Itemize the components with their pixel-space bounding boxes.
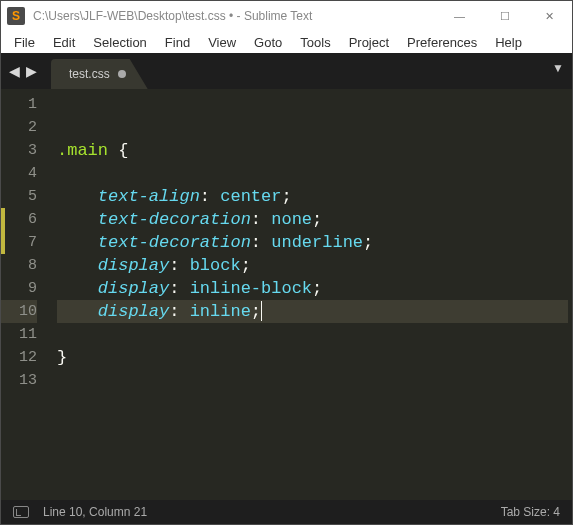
menu-edit[interactable]: Edit (44, 33, 84, 52)
code-line[interactable]: text-decoration: underline; (57, 231, 568, 254)
code-line[interactable]: } (57, 346, 568, 369)
window-controls: — ☐ ✕ (437, 1, 572, 31)
menu-preferences[interactable]: Preferences (398, 33, 486, 52)
code-line[interactable]: text-align: center; (57, 185, 568, 208)
status-cursor-position[interactable]: Line 10, Column 21 (43, 505, 147, 519)
modified-line-marker-icon (1, 208, 5, 231)
tab-active[interactable]: test.css (51, 59, 148, 89)
minimize-button[interactable]: — (437, 1, 482, 31)
statusbar: Line 10, Column 21 Tab Size: 4 (1, 500, 572, 524)
code-area[interactable]: .main { text-align: center; text-decorat… (47, 89, 568, 500)
line-number: 13 (1, 369, 37, 392)
editor[interactable]: 12345678910111213 .main { text-align: ce… (1, 89, 572, 500)
tab-bar: ◀ ▶ test.css ▼ (1, 53, 572, 89)
line-number: 1 (1, 93, 37, 116)
menubar: File Edit Selection Find View Goto Tools… (1, 31, 572, 53)
minimap[interactable] (568, 89, 572, 500)
menu-file[interactable]: File (5, 33, 44, 52)
maximize-button[interactable]: ☐ (482, 1, 527, 31)
code-line[interactable]: display: block; (57, 254, 568, 277)
menu-goto[interactable]: Goto (245, 33, 291, 52)
line-number: 2 (1, 116, 37, 139)
line-number: 4 (1, 162, 37, 185)
line-number: 6 (1, 208, 37, 231)
menu-project[interactable]: Project (340, 33, 398, 52)
line-number: 9 (1, 277, 37, 300)
line-number: 11 (1, 323, 37, 346)
line-number: 3 (1, 139, 37, 162)
close-button[interactable]: ✕ (527, 1, 572, 31)
app-icon: S (7, 7, 25, 25)
line-number: 7 (1, 231, 37, 254)
line-number: 5 (1, 185, 37, 208)
menu-view[interactable]: View (199, 33, 245, 52)
line-number: 10 (1, 300, 37, 323)
tab-prev-button[interactable]: ◀ (7, 61, 22, 81)
tab-next-button[interactable]: ▶ (24, 61, 39, 81)
code-line[interactable]: text-decoration: none; (57, 208, 568, 231)
code-line[interactable]: .main { (57, 139, 568, 162)
tab-label: test.css (69, 67, 110, 81)
panel-switcher-icon[interactable] (13, 506, 29, 518)
tab-dropdown-button[interactable]: ▼ (552, 61, 564, 75)
code-line[interactable]: display: inline; (57, 300, 568, 323)
window-title: C:\Users\JLF-WEB\Desktop\test.css • - Su… (33, 9, 437, 23)
menu-selection[interactable]: Selection (84, 33, 155, 52)
code-line[interactable] (57, 116, 568, 139)
code-line[interactable] (57, 93, 568, 116)
line-number: 8 (1, 254, 37, 277)
tab-dirty-indicator-icon (118, 70, 126, 78)
code-line[interactable] (57, 323, 568, 346)
code-line[interactable] (57, 369, 568, 392)
tab-nav: ◀ ▶ (1, 53, 45, 89)
code-line[interactable]: display: inline-block; (57, 277, 568, 300)
line-number: 12 (1, 346, 37, 369)
code-line[interactable] (57, 162, 568, 185)
modified-line-marker-icon (1, 231, 5, 254)
status-tab-size[interactable]: Tab Size: 4 (501, 505, 560, 519)
menu-find[interactable]: Find (156, 33, 199, 52)
titlebar: S C:\Users\JLF-WEB\Desktop\test.css • - … (1, 1, 572, 31)
menu-tools[interactable]: Tools (291, 33, 339, 52)
app-window: S C:\Users\JLF-WEB\Desktop\test.css • - … (0, 0, 573, 525)
menu-help[interactable]: Help (486, 33, 531, 52)
line-number-gutter: 12345678910111213 (1, 89, 47, 500)
